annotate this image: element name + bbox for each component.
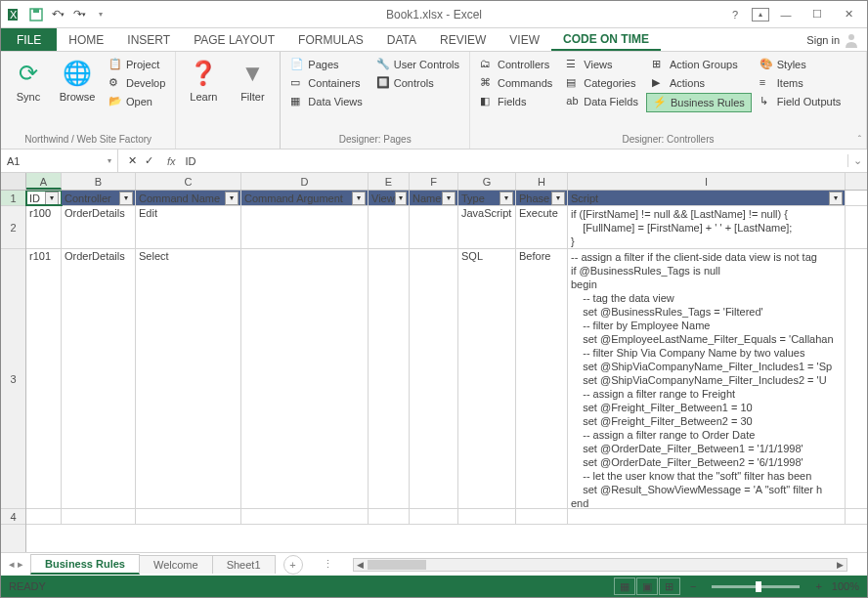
cell[interactable] — [26, 509, 62, 525]
zoom-slider[interactable] — [712, 585, 800, 588]
cell[interactable]: JavaScript — [458, 206, 516, 249]
filter-dropdown-icon[interactable]: ▾ — [499, 192, 513, 205]
scroll-thumb[interactable] — [368, 560, 426, 570]
sheet-tab-sheet1[interactable]: Sheet1 — [212, 555, 276, 574]
develop-button[interactable]: ⚙Develop — [103, 74, 171, 92]
page-break-view-icon[interactable]: ⊞ — [659, 577, 680, 595]
cell[interactable] — [62, 509, 136, 525]
scroll-left-icon[interactable]: ◀ — [354, 560, 368, 570]
tab-file[interactable]: FILE — [1, 28, 57, 51]
sync-button[interactable]: ⟳Sync — [5, 54, 52, 107]
filter-dropdown-icon[interactable]: ▾ — [829, 192, 843, 205]
fx-icon[interactable]: fx — [163, 155, 180, 167]
business-rules-button[interactable]: ⚡Business Rules — [646, 93, 752, 112]
tab-formulas[interactable]: FORMULAS — [286, 28, 375, 51]
tab-code-on-time[interactable]: CODE ON TIME — [551, 28, 661, 51]
row-header-4[interactable]: 4 — [1, 509, 25, 525]
header-cell-script[interactable]: Script▾ — [568, 191, 846, 205]
row-header-2[interactable]: 2 — [1, 206, 25, 249]
cell[interactable] — [568, 509, 846, 525]
controls-button[interactable]: 🔲Controls — [370, 74, 465, 92]
pages-button[interactable]: 📄Pages — [284, 56, 368, 73]
field-outputs-button[interactable]: ↳Field Outputs — [754, 93, 846, 110]
sheet-tab-welcome[interactable]: Welcome — [139, 555, 213, 574]
col-header-H[interactable]: H — [516, 173, 568, 190]
cell[interactable]: Edit — [136, 206, 241, 249]
col-header-E[interactable]: E — [369, 173, 410, 190]
action-groups-button[interactable]: ⊞Action Groups — [646, 56, 752, 73]
excel-icon[interactable]: X — [5, 5, 24, 24]
header-cell-id[interactable]: ID▾ — [26, 191, 62, 205]
name-box[interactable]: A1▾ — [1, 150, 118, 172]
styles-button[interactable]: 🎨Styles — [754, 56, 846, 73]
cell[interactable]: SQL — [458, 249, 516, 509]
undo-icon[interactable]: ↶▾ — [48, 5, 67, 24]
learn-button[interactable]: ❓Learn — [180, 54, 227, 107]
cell[interactable] — [241, 206, 369, 249]
accept-formula-icon[interactable]: ✓ — [145, 154, 153, 167]
maximize-icon[interactable]: ☐ — [803, 4, 832, 25]
tab-review[interactable]: REVIEW — [428, 28, 498, 51]
redo-icon[interactable]: ↷▾ — [69, 5, 89, 24]
filter-dropdown-icon[interactable]: ▾ — [442, 192, 456, 205]
col-header-F[interactable]: F — [410, 173, 458, 190]
commands-button[interactable]: ⌘Commands — [474, 74, 558, 92]
col-header-I[interactable]: I — [568, 173, 846, 190]
zoom-out-icon[interactable]: − — [690, 580, 696, 592]
cell[interactable]: if ([FirstName] != null && [LastName] !=… — [568, 206, 846, 249]
row-header-3[interactable]: 3 — [1, 249, 25, 509]
zoom-value[interactable]: 100% — [832, 580, 859, 592]
new-sheet-button[interactable]: + — [283, 555, 303, 575]
filter-dropdown-icon[interactable]: ▾ — [395, 192, 407, 205]
ribbon-options-icon[interactable]: ▴ — [752, 8, 769, 21]
items-button[interactable]: ≡Items — [754, 74, 846, 92]
col-header-A[interactable]: A — [26, 173, 62, 190]
split-handle[interactable]: ⋮ — [323, 558, 333, 571]
cell[interactable] — [241, 509, 369, 525]
cell[interactable]: Select — [136, 249, 241, 509]
close-icon[interactable]: ✕ — [834, 4, 863, 25]
cell[interactable] — [410, 509, 458, 525]
filter-dropdown-icon[interactable]: ▾ — [352, 192, 366, 205]
sheet-tab-business-rules[interactable]: Business Rules — [30, 554, 140, 575]
cell[interactable] — [369, 249, 410, 509]
cells[interactable]: ID▾Controller▾Command Name▾Command Argum… — [26, 191, 867, 552]
cell[interactable] — [241, 249, 369, 509]
cell[interactable]: r101 — [26, 249, 62, 509]
page-layout-view-icon[interactable]: ▣ — [636, 577, 658, 595]
fields-button[interactable]: ◧Fields — [474, 93, 558, 110]
cell[interactable] — [458, 509, 516, 525]
cell[interactable]: Before — [516, 249, 568, 509]
user-controls-button[interactable]: 🔧User Controls — [370, 56, 465, 73]
select-all-corner[interactable] — [1, 173, 26, 190]
formula-expand-icon[interactable]: ⌄ — [847, 154, 867, 167]
cell[interactable]: -- assign a filter if the client-side da… — [568, 249, 846, 509]
minimize-icon[interactable]: — — [771, 4, 801, 25]
data-fields-button[interactable]: abData Fields — [560, 93, 644, 110]
cancel-formula-icon[interactable]: ✕ — [128, 154, 137, 167]
actions-button[interactable]: ▶Actions — [646, 74, 752, 92]
cell[interactable] — [410, 249, 458, 509]
open-button[interactable]: 📂Open — [103, 93, 171, 110]
col-header-B[interactable]: B — [62, 173, 136, 190]
help-icon[interactable]: ? — [720, 4, 750, 25]
col-header-C[interactable]: C — [136, 173, 241, 190]
header-cell-command-argument[interactable]: Command Argument▾ — [241, 191, 369, 205]
header-cell-phase[interactable]: Phase▾ — [516, 191, 568, 205]
tab-page-layout[interactable]: PAGE LAYOUT — [182, 28, 286, 51]
tab-view[interactable]: VIEW — [498, 28, 551, 51]
cell[interactable] — [369, 206, 410, 249]
browse-button[interactable]: 🌐Browse — [54, 54, 101, 107]
cell[interactable] — [136, 509, 241, 525]
header-cell-command-name[interactable]: Command Name▾ — [136, 191, 241, 205]
cell[interactable]: OrderDetails — [62, 206, 136, 249]
header-cell-type[interactable]: Type▾ — [458, 191, 516, 205]
cell[interactable] — [369, 509, 410, 525]
qa-customize-icon[interactable]: ▾ — [91, 5, 110, 24]
filter-dropdown-icon[interactable]: ▾ — [551, 192, 565, 205]
header-cell-name[interactable]: Name▾ — [410, 191, 458, 205]
project-button[interactable]: 📋Project — [103, 56, 171, 73]
ribbon-collapse-icon[interactable]: ˆ — [858, 135, 861, 146]
save-icon[interactable] — [26, 5, 46, 24]
row-header-1[interactable]: 1 — [1, 191, 25, 206]
